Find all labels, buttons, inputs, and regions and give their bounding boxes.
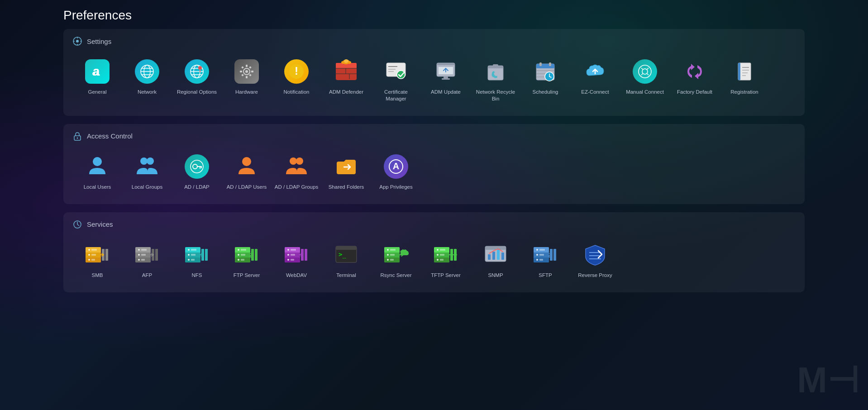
- svg-rect-176: [390, 254, 395, 256]
- registration-item[interactable]: Registration: [720, 53, 769, 107]
- svg-rect-34: [336, 68, 346, 74]
- network-label: Network: [138, 89, 157, 95]
- svg-rect-131: [191, 249, 196, 251]
- ad-ldap-groups-item[interactable]: AD / LDAP Groups: [272, 148, 321, 195]
- smb-item[interactable]: SMB: [72, 237, 122, 283]
- svg-rect-194: [485, 246, 506, 250]
- scheduling-item[interactable]: Scheduling: [520, 53, 570, 107]
- svg-rect-62: [549, 62, 551, 66]
- svg-rect-122: [141, 259, 145, 261]
- svg-point-69: [639, 65, 651, 78]
- svg-point-119: [138, 254, 140, 256]
- ad-ldap-item[interactable]: AD / LDAP: [172, 148, 222, 195]
- svg-point-85: [147, 157, 154, 165]
- rsync-server-item[interactable]: Rsync Server: [371, 237, 421, 283]
- svg-rect-55: [442, 78, 450, 80]
- adm-defender-label: ADM Defender: [329, 89, 363, 95]
- svg-point-203: [536, 249, 538, 251]
- network-item[interactable]: Network: [122, 53, 172, 107]
- snmp-item[interactable]: SNMP: [471, 237, 520, 283]
- regional-options-item[interactable]: Regional Options: [172, 53, 222, 107]
- adm-defender-item[interactable]: ADM Defender: [321, 53, 371, 107]
- rsync-server-label: Rsync Server: [380, 272, 411, 279]
- shared-folders-item[interactable]: Shared Folders: [321, 148, 371, 195]
- svg-point-82: [77, 137, 78, 138]
- reverse-proxy-icon: [582, 241, 609, 268]
- webdav-label: WebDAV: [286, 272, 307, 279]
- svg-rect-150: [255, 249, 258, 261]
- svg-text:A: A: [393, 161, 399, 171]
- svg-point-188: [437, 259, 439, 261]
- local-users-item[interactable]: Local Users: [72, 148, 122, 195]
- local-users-label: Local Users: [84, 184, 111, 191]
- svg-rect-58: [493, 64, 498, 66]
- svg-point-134: [188, 259, 190, 261]
- svg-rect-111: [105, 249, 108, 261]
- svg-rect-107: [91, 254, 96, 256]
- ad-ldap-users-item[interactable]: AD / LDAP Users: [222, 148, 272, 195]
- smb-label: SMB: [92, 272, 103, 279]
- svg-rect-52: [437, 63, 455, 65]
- svg-rect-109: [91, 259, 95, 261]
- svg-rect-61: [539, 62, 542, 66]
- snmp-label: SNMP: [488, 272, 503, 279]
- ftp-server-label: FTP Server: [234, 272, 260, 279]
- svg-rect-124: [155, 249, 158, 261]
- local-groups-item[interactable]: Local Groups: [122, 148, 172, 195]
- app-privileges-item[interactable]: A App Privileges: [371, 148, 421, 195]
- registration-label: Registration: [730, 89, 758, 95]
- ftp-server-icon: [233, 241, 260, 268]
- settings-section-icon: [72, 36, 82, 46]
- factory-default-item[interactable]: Factory Default: [670, 53, 720, 107]
- ad-ldap-users-label: AD / LDAP Users: [227, 184, 267, 191]
- svg-point-50: [397, 71, 405, 79]
- svg-line-72: [647, 68, 649, 70]
- svg-point-104: [88, 249, 90, 251]
- svg-line-74: [647, 73, 649, 75]
- afp-item[interactable]: AFP: [122, 237, 172, 283]
- webdav-item[interactable]: WebDAV: [272, 237, 321, 283]
- shared-folders-icon: [333, 153, 360, 180]
- manual-connect-item[interactable]: Manual Connect: [620, 53, 670, 107]
- ad-ldap-groups-label: AD / LDAP Groups: [275, 184, 318, 191]
- svg-rect-120: [141, 254, 146, 256]
- svg-rect-105: [91, 249, 97, 251]
- ftp-server-item[interactable]: FTP Server: [222, 237, 272, 283]
- tftp-server-item[interactable]: TFTP Server: [421, 237, 471, 283]
- services-section: Services: [63, 212, 805, 292]
- sftp-item[interactable]: SFTP: [520, 237, 570, 283]
- svg-point-130: [188, 249, 190, 251]
- svg-point-87: [193, 164, 197, 169]
- terminal-label: Terminal: [336, 272, 356, 279]
- services-section-title: Services: [87, 220, 113, 228]
- general-icon: a a: [84, 58, 111, 85]
- svg-point-106: [88, 254, 90, 256]
- svg-rect-167: [336, 246, 357, 250]
- svg-rect-60: [536, 64, 554, 68]
- svg-rect-25: [251, 71, 253, 72]
- ez-connect-item[interactable]: EZ-Connect: [570, 53, 620, 107]
- ad-ldap-icon: [183, 153, 210, 180]
- notification-item[interactable]: ! Notification: [272, 53, 321, 107]
- general-label: General: [88, 89, 107, 95]
- hardware-item[interactable]: Hardware: [222, 53, 272, 107]
- access-control-header: Access Control: [72, 131, 796, 141]
- svg-point-117: [138, 249, 140, 251]
- notification-icon: !: [283, 58, 310, 85]
- registration-icon: [731, 58, 758, 85]
- terminal-item[interactable]: >_ Terminal: [321, 237, 371, 283]
- tftp-server-icon: [432, 241, 459, 268]
- reverse-proxy-label: Reverse Proxy: [578, 272, 612, 279]
- settings-section: Settings a a General: [63, 29, 805, 116]
- network-recycle-bin-item[interactable]: Network Recycle Bin: [471, 53, 520, 107]
- general-item[interactable]: a a General: [72, 53, 122, 107]
- nfs-item[interactable]: NFS: [172, 237, 222, 283]
- reverse-proxy-item[interactable]: Reverse Proxy: [570, 237, 620, 283]
- terminal-icon: >_: [333, 241, 360, 268]
- svg-point-93: [296, 157, 303, 165]
- svg-rect-37: [349, 74, 357, 79]
- adm-update-item[interactable]: ADM Update: [421, 53, 471, 107]
- certificate-manager-item[interactable]: Certificate Manager: [371, 53, 421, 107]
- svg-rect-164: [305, 249, 307, 261]
- manual-connect-icon: [631, 58, 658, 85]
